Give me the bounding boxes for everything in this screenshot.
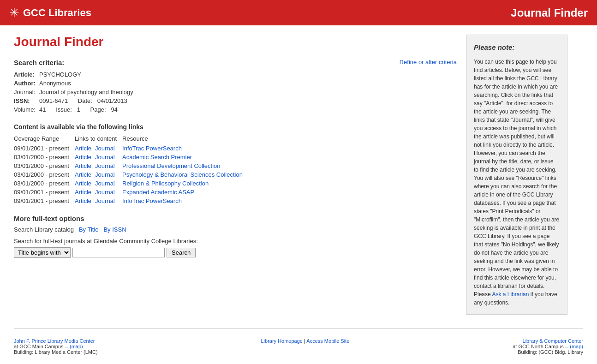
- article-link[interactable]: Article: [75, 171, 91, 178]
- header-logo: ✳ GCC Libraries: [9, 6, 91, 20]
- resource-cell: InfoTrac PowerSearch: [122, 144, 248, 153]
- links-cell: ArticleJournal: [75, 197, 122, 205]
- coverage-cell: 03/01/2000 - present: [14, 179, 75, 188]
- resource-cell: Psychology & Behavioral Sciences Collect…: [122, 170, 248, 179]
- volume-value: 41 Issue: 1 Page: 94: [39, 105, 137, 114]
- footer-left-line2: at GCC Main Campus --: [14, 344, 68, 349]
- ask-librarian-link[interactable]: Ask a Librarian: [492, 291, 529, 298]
- resource-cell: Professional Development Collection: [122, 161, 248, 170]
- journal-link[interactable]: Journal: [95, 189, 115, 196]
- links-cell: ArticleJournal: [75, 161, 122, 170]
- coverage-cell: 03/01/2000 - present: [14, 170, 75, 179]
- sidebar-note: Please note: You can use this page to he…: [466, 35, 567, 315]
- footer-left: John F. Prince Library Media Center at G…: [14, 338, 98, 355]
- article-link[interactable]: Article: [75, 197, 91, 204]
- resource-link[interactable]: Professional Development Collection: [122, 162, 220, 169]
- links-table-body: 09/01/2001 - presentArticleJournalInfoTr…: [14, 144, 248, 205]
- col-links-header: Links to content: [75, 134, 122, 144]
- journal-link[interactable]: Journal: [95, 154, 115, 161]
- journal-value: Journal of psychology and theology: [39, 88, 137, 96]
- journal-link[interactable]: Journal: [95, 180, 115, 187]
- content-links-heading: Content is available via the following l…: [14, 123, 457, 131]
- footer-left-library-link[interactable]: John F. Prince Library Media Center: [14, 338, 95, 344]
- footer-center: Library Homepage | Access Mobile Site: [261, 338, 349, 344]
- journal-label: Journal:: [14, 88, 39, 96]
- resource-link[interactable]: InfoTrac PowerSearch: [122, 197, 182, 204]
- criteria-author-row: Author: Anonymous: [14, 79, 137, 88]
- table-row: 03/01/2000 - presentArticleJournalProfes…: [14, 161, 248, 170]
- header-logo-text: GCC Libraries: [23, 7, 91, 19]
- article-value: PSYCHOLOGY: [39, 70, 137, 79]
- footer-right-line2: at GCC North Campus --: [513, 344, 568, 349]
- article-link[interactable]: Article: [75, 162, 91, 169]
- page-heading: Journal Finder: [14, 35, 457, 49]
- resource-link[interactable]: Expanded Academic ASAP: [122, 189, 194, 196]
- links-cell: ArticleJournal: [75, 179, 122, 188]
- journal-link[interactable]: Journal: [95, 171, 115, 178]
- footer-left-line3: Building: Library Media Center (LMC): [14, 349, 98, 355]
- by-title-link[interactable]: By Title: [79, 226, 99, 233]
- more-fulltext-section: More full-text options Search Library ca…: [14, 215, 457, 258]
- resource-link[interactable]: Academic Search Premier: [122, 154, 192, 161]
- footer-right-library-link[interactable]: Library & Computer Center: [523, 338, 583, 344]
- resource-link[interactable]: InfoTrac PowerSearch: [122, 145, 182, 152]
- footer-right: Library & Computer Center at GCC North C…: [513, 338, 583, 355]
- criteria-article-row: Article: PSYCHOLOGY: [14, 70, 137, 79]
- resource-cell: Academic Search Premier: [122, 153, 248, 161]
- author-value: Anonymous: [39, 79, 137, 88]
- article-label: Article:: [14, 70, 39, 79]
- catalog-label: Search Library catalog: [14, 226, 74, 233]
- footer-home-link[interactable]: Library Homepage: [261, 338, 303, 344]
- journal-link[interactable]: Journal: [95, 145, 115, 152]
- coverage-cell: 09/01/2001 - present: [14, 144, 75, 153]
- author-label: Author:: [14, 79, 39, 88]
- table-row: 03/01/2000 - presentArticleJournalAcadem…: [14, 153, 248, 161]
- resource-cell: InfoTrac PowerSearch: [122, 197, 248, 205]
- article-link[interactable]: Article: [75, 145, 91, 152]
- snowflake-icon: ✳: [9, 6, 19, 20]
- resource-link[interactable]: Religion & Philosophy Collection: [122, 180, 209, 187]
- search-button[interactable]: Search: [167, 248, 196, 257]
- catalog-search-row: Search Library catalog By Title By ISSN: [14, 226, 457, 233]
- more-fulltext-heading: More full-text options: [14, 215, 457, 222]
- criteria-volume-row: Volume: 41 Issue: 1 Page: 94: [14, 105, 137, 114]
- resource-link[interactable]: Psychology & Behavioral Sciences Collect…: [122, 171, 243, 178]
- criteria-table: Article: PSYCHOLOGY Author: Anonymous Jo…: [14, 70, 137, 114]
- journal-link[interactable]: Journal: [95, 197, 115, 204]
- header-title: Journal Finder: [511, 6, 588, 19]
- table-row: 09/01/2001 - presentArticleJournalExpand…: [14, 188, 248, 197]
- table-row: 09/01/2001 - presentArticleJournalInfoTr…: [14, 197, 248, 205]
- links-table: Coverage Range Links to content Resource…: [14, 134, 248, 205]
- article-link[interactable]: Article: [75, 189, 91, 196]
- footer-mobile-link[interactable]: Access Mobile Site: [306, 338, 349, 344]
- footer-left-map-link[interactable]: (map): [70, 344, 83, 349]
- search-criteria-heading: Search criteria:: [14, 59, 64, 66]
- journal-link[interactable]: Journal: [95, 162, 115, 169]
- criteria-journal-row: Journal: Journal of psychology and theol…: [14, 88, 137, 96]
- footer-right-map-link[interactable]: (map): [570, 344, 583, 349]
- search-criteria-section: Search criteria: Refine or alter criteri…: [14, 59, 457, 114]
- links-cell: ArticleJournal: [75, 170, 122, 179]
- table-row: 03/01/2000 - presentArticleJournalReligi…: [14, 179, 248, 188]
- search-input[interactable]: [72, 248, 165, 257]
- by-issn-link[interactable]: By ISSN: [103, 226, 126, 233]
- article-link[interactable]: Article: [75, 154, 91, 161]
- volume-label: Volume:: [14, 105, 39, 114]
- content-area: Journal Finder Search criteria: Refine o…: [14, 35, 457, 315]
- search-type-select[interactable]: Title begins with Title contains ISSN: [14, 247, 71, 258]
- footer-divider: [14, 328, 583, 329]
- resource-cell: Religion & Philosophy Collection: [122, 179, 248, 188]
- table-row: 03/01/2000 - presentArticleJournalPsycho…: [14, 170, 248, 179]
- links-cell: ArticleJournal: [75, 144, 122, 153]
- issn-value: 0091-6471 Date: 04/01/2013: [39, 96, 137, 105]
- footer-right-line3: Building: (GCC) Bldg. Library: [518, 349, 583, 355]
- links-cell: ArticleJournal: [75, 153, 122, 161]
- search-row: Title begins with Title contains ISSN Se…: [14, 247, 457, 258]
- table-row: 09/01/2001 - presentArticleJournalInfoTr…: [14, 144, 248, 153]
- coverage-cell: 03/01/2000 - present: [14, 153, 75, 161]
- coverage-cell: 09/01/2001 - present: [14, 197, 75, 205]
- refine-criteria-link[interactable]: Refine or alter criteria: [400, 59, 457, 66]
- links-table-header: Coverage Range Links to content Resource: [14, 134, 248, 144]
- article-link[interactable]: Article: [75, 180, 91, 187]
- col-resource-header: Resource: [122, 134, 248, 144]
